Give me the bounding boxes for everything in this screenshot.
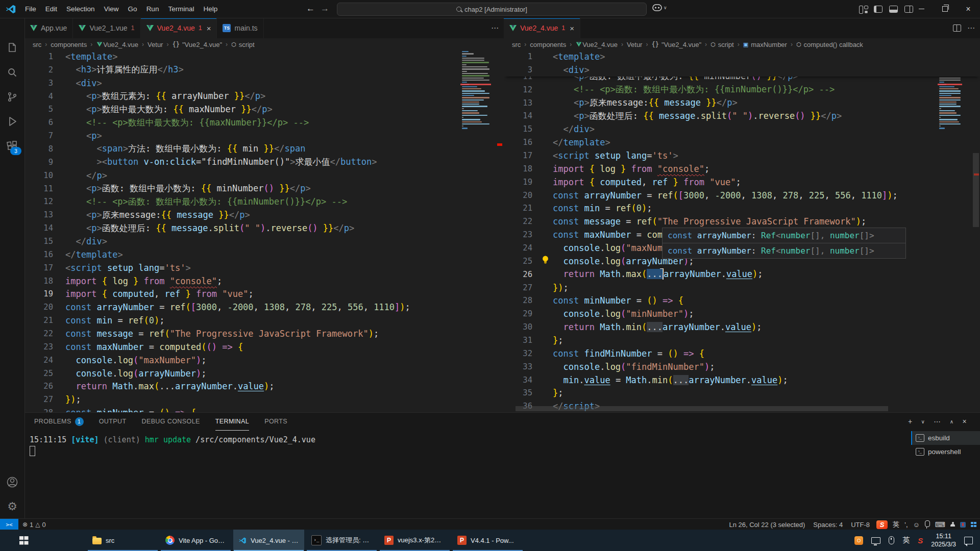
code-line[interactable]: 27 }); xyxy=(504,281,980,294)
code-line[interactable]: 8 <span>方法: 数组中最小数为: {{ min }}</span xyxy=(24,142,504,156)
more-actions-icon[interactable]: ⋯ xyxy=(491,23,499,33)
menu-terminal[interactable]: Terminal xyxy=(163,0,199,18)
panel-tab-ports[interactable]: PORTS xyxy=(264,413,287,430)
tab-App.vue[interactable]: App.vue xyxy=(24,18,73,38)
editor-left[interactable]: 1 <template> 2 <h3>计算属性的应用</h3> 3 <div> … xyxy=(24,50,504,413)
code-line[interactable]: 1 <template> xyxy=(504,50,980,63)
lightbulb-icon[interactable] xyxy=(542,255,549,265)
ime-skin-icon[interactable] xyxy=(960,522,966,528)
more-actions-icon[interactable]: ⋯ xyxy=(967,23,975,33)
menu-edit[interactable]: Edit xyxy=(41,0,62,18)
breadcrumb-item[interactable]: Vetur xyxy=(627,41,642,48)
breadcrumb-item[interactable]: script xyxy=(239,41,255,48)
taskbar-button-选择管理员-C-Wi-[interactable]: ›_选择管理员: C:\Wi... xyxy=(306,530,377,551)
ime-keyboard-icon[interactable]: ⌨ xyxy=(935,520,945,529)
indentation-status[interactable]: Spaces: 4 xyxy=(809,521,847,529)
taskbar-button-V4-4-1-Pow-[interactable]: PV4.4.1 - Pow... xyxy=(452,530,523,551)
cursor-position-status[interactable]: Ln 26, Col 22 (3 selected) xyxy=(725,521,809,529)
tab-Vue2_1.vue[interactable]: Vue2_1.vue1 xyxy=(73,18,140,38)
code-line[interactable]: 10 </p> xyxy=(24,169,504,182)
code-line[interactable]: 11 <p>函数: 数组中最小数为: {{ minNumber() }}</p> xyxy=(504,77,980,83)
close-window-button[interactable]: × xyxy=(957,0,980,18)
vertical-scrollbar[interactable] xyxy=(973,153,979,227)
breadcrumb-item[interactable]: "Vue2_4.vue" xyxy=(182,41,222,48)
maximize-panel-icon[interactable]: ∧ xyxy=(950,419,954,424)
code-line[interactable]: 20 const arrayNumber = ref([3000, -2000,… xyxy=(24,300,504,314)
code-line[interactable]: 12 <!-- <p>函数: 数组中最小数为: {{minNumber()}}<… xyxy=(504,83,980,96)
tab-Vue2_4.vue[interactable]: Vue2_4.vue1× xyxy=(141,18,217,38)
close-panel-icon[interactable]: × xyxy=(962,417,967,425)
code-line[interactable]: 3 <div> xyxy=(24,77,504,90)
code-line[interactable]: 5 <p>数组中最大数为: {{ maxNumber }}</p> xyxy=(24,103,504,116)
activity-settings-gear-icon[interactable]: ⚙ xyxy=(0,494,24,519)
breadcrumb-item[interactable]: Vue2_4.vue xyxy=(103,41,138,48)
customize-layout-icon[interactable] xyxy=(859,6,867,13)
code-line[interactable]: 25 console.log(arrayNumber); xyxy=(24,367,504,380)
nav-back-icon[interactable]: ← xyxy=(306,0,315,18)
tray-mouse-icon[interactable] xyxy=(889,536,894,544)
code-line[interactable]: 6 <!-- <p>数组中最大数为: {{maxNumber}}</p> --> xyxy=(24,116,504,129)
menu-run[interactable]: Run xyxy=(142,0,164,18)
breadcrumb-left[interactable]: src›components›Vue2_4.vue›Vetur›{}"Vue2_… xyxy=(24,39,504,50)
minimap[interactable] xyxy=(460,50,491,130)
code-line[interactable]: 31 }; xyxy=(504,334,980,347)
ime-punctuation-icon[interactable]: ’, xyxy=(904,521,908,529)
code-line[interactable]: 4 <p>数组元素为: {{ arrayNumber }}</p> xyxy=(24,90,504,103)
toggle-sidebar-icon[interactable] xyxy=(874,6,883,13)
code-line[interactable]: 26 return Math.max(...arrayNumber.value)… xyxy=(24,380,504,393)
close-tab-icon[interactable]: × xyxy=(207,24,211,33)
taskbar-button-src[interactable]: src xyxy=(87,530,158,551)
menu-help[interactable]: Help xyxy=(199,0,222,18)
breadcrumb-item[interactable]: src xyxy=(33,41,41,48)
horizontal-scrollbar[interactable] xyxy=(516,406,888,411)
encoding-status[interactable]: UTF-8 xyxy=(847,521,874,529)
taskbar-button-vuejs3-x-第2章Vue-[interactable]: Pvuejs3.x-第2章Vue... xyxy=(379,530,450,551)
code-line[interactable]: 17 <script setup lang='ts'> xyxy=(24,261,504,274)
nav-forward-icon[interactable]: → xyxy=(321,0,329,18)
breadcrumb-item[interactable]: Vue2_4.vue xyxy=(582,41,618,48)
code-line[interactable]: 22 const message = ref("The Progressive … xyxy=(504,215,980,228)
code-line[interactable]: 17 <script setup lang='ts'> xyxy=(504,149,980,162)
taskbar-button-Vite-App-Googl-[interactable]: Vite App - Googl... xyxy=(160,530,231,551)
tray-app-icon[interactable] xyxy=(854,536,863,545)
code-line[interactable]: 13 <p>原来message:{{ message }}</p> xyxy=(504,96,980,110)
start-button[interactable] xyxy=(14,530,42,551)
toggle-panel-icon[interactable] xyxy=(889,6,898,13)
tray-network-icon[interactable] xyxy=(871,537,880,544)
taskbar-clock[interactable]: 15:112025/3/3 xyxy=(931,532,956,549)
code-line[interactable]: 19 import { computed, ref } from "vue"; xyxy=(24,287,504,300)
panel-tab-terminal[interactable]: TERMINAL xyxy=(215,413,249,431)
breadcrumb-item[interactable]: components xyxy=(530,41,566,48)
menu-file[interactable]: File xyxy=(20,0,41,18)
terminal-instance-esbuild[interactable]: ›_ esbuild xyxy=(911,431,980,445)
activity-search-icon[interactable] xyxy=(0,60,24,85)
code-line[interactable]: 14 <p>函数处理后: {{ message.split(" ").rever… xyxy=(504,109,980,122)
breadcrumb-item[interactable]: "Vue2_4.vue" xyxy=(662,41,701,48)
breadcrumb-item[interactable]: computed() callback xyxy=(804,41,863,48)
breadcrumb-item[interactable]: script xyxy=(718,41,734,48)
tab-main.ts[interactable]: TSmain.ts xyxy=(217,18,263,38)
close-tab-icon[interactable]: × xyxy=(570,24,574,33)
problems-status[interactable]: ⊗ 1 △ 0 xyxy=(18,521,50,529)
ime-toolbox-icon[interactable] xyxy=(971,522,976,528)
code-line[interactable]: 12 <!-- <p>函数: 数组中最小数为: {{minNumber()}}<… xyxy=(24,195,504,208)
code-line[interactable]: 32 const findMinNumber = () => { xyxy=(504,347,980,360)
code-line[interactable]: 9 ><button v-on:click="findMinNumber()">… xyxy=(24,156,504,169)
tab-Vue2_4.vue[interactable]: Vue2_4.vue1× xyxy=(504,18,580,38)
copilot-button[interactable]: ∨ xyxy=(652,4,667,11)
activity-run-debug-icon[interactable] xyxy=(0,109,24,134)
code-line[interactable]: 2 <h3>计算属性的应用</h3> xyxy=(24,63,504,77)
code-line[interactable]: 3 <div> xyxy=(504,63,980,77)
code-line[interactable]: 22 const message = ref("The Progressive … xyxy=(24,327,504,340)
code-line[interactable]: 1 <template> xyxy=(24,50,504,63)
code-line[interactable]: 18 import { log } from "console"; xyxy=(504,162,980,176)
code-line[interactable]: 35 }; xyxy=(504,386,980,399)
more-actions-icon[interactable]: ⋯ xyxy=(934,417,941,425)
menu-go[interactable]: Go xyxy=(124,0,142,18)
terminal-dropdown-icon[interactable]: ∨ xyxy=(921,419,925,424)
code-line[interactable]: 21 const min = ref(0); xyxy=(24,314,504,327)
code-line[interactable]: 7 <p> xyxy=(24,129,504,142)
code-line[interactable]: 34 min.value = Math.min(...arrayNumber.v… xyxy=(504,373,980,387)
code-line[interactable]: 14 <p>函数处理后: {{ message.split(" ").rever… xyxy=(24,221,504,235)
code-line[interactable]: 15 </div> xyxy=(24,235,504,248)
